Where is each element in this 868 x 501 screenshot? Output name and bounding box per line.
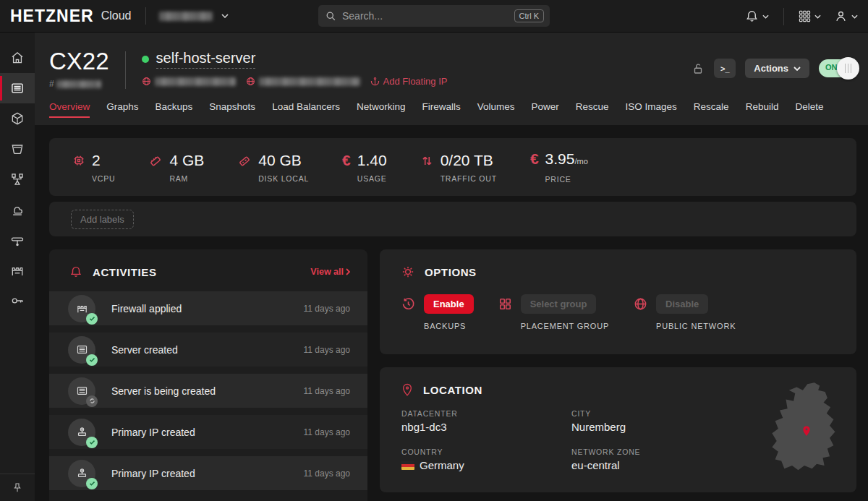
activity-row[interactable]: Firewall applied 11 days ago (49, 291, 367, 325)
activity-row[interactable]: Server is being created 11 days ago (49, 374, 367, 408)
tab-backups[interactable]: Backups (156, 101, 193, 121)
field-network-zone: NETWORK ZONE eu-central (571, 448, 640, 471)
hetzner-logo: HETZNER (10, 7, 94, 26)
divider (145, 7, 146, 25)
stat-vcpu: 2 VCPU (72, 152, 115, 183)
server-name-editable[interactable]: self-host-server (156, 50, 256, 69)
sidebar-item-volumes[interactable] (0, 134, 35, 164)
global-search[interactable]: Ctrl K (318, 5, 550, 27)
activity-time: 11 days ago (304, 386, 351, 396)
lock-button[interactable] (692, 61, 705, 76)
sidebar-item-images[interactable] (0, 103, 35, 134)
sidebar-item-home[interactable] (0, 43, 35, 73)
chevron-down-icon (762, 14, 769, 19)
server-icon (76, 343, 88, 356)
tab-graphs[interactable]: Graphs (106, 101, 138, 121)
activity-title: Server created (111, 344, 178, 356)
sidebar-item-firewalls[interactable] (0, 255, 35, 286)
anchor-icon (370, 77, 380, 86)
stat-label: PRICE (545, 175, 588, 184)
pin-sidebar-button[interactable] (0, 474, 35, 501)
field-country: COUNTRY Germany (401, 448, 571, 471)
notifications-menu[interactable] (745, 9, 769, 23)
power-state-label: ON (825, 63, 838, 72)
success-badge (86, 478, 98, 489)
view-all-link[interactable]: View all (310, 267, 350, 277)
add-labels-button[interactable]: Add labels (71, 210, 134, 229)
sidebar-item-servers[interactable] (0, 73, 35, 103)
options-title: OPTIONS (425, 266, 477, 278)
stat-label: VCPU (92, 174, 115, 183)
field-label: NETWORK ZONE (571, 448, 640, 456)
tab-power[interactable]: Power (532, 101, 559, 121)
brand-suffix: Cloud (101, 9, 132, 22)
sidebar-item-networks[interactable] (0, 225, 35, 255)
chevron-down-icon (814, 14, 821, 19)
stat-usage: € 1.40 USAGE (342, 152, 387, 183)
power-toggle[interactable]: ON (819, 59, 856, 77)
apps-menu[interactable] (799, 10, 821, 22)
globe-icon (142, 77, 151, 86)
select-group-button[interactable]: Select group (521, 294, 597, 314)
activity-row[interactable]: Server created 11 days ago (49, 333, 367, 367)
option-backups: Enable BACKUPS (401, 294, 474, 330)
add-floating-ip-link[interactable]: Add Floating IP (370, 76, 448, 87)
location-pin-icon (401, 383, 413, 397)
status-running-dot (142, 56, 149, 63)
grid-icon (799, 10, 811, 22)
tab-networking[interactable]: Networking (357, 101, 406, 121)
field-datacenter: DATACENTER nbg1-dc3 (401, 409, 571, 433)
firewall-icon (76, 302, 88, 314)
history-icon (401, 294, 415, 330)
field-value: nbg1-dc3 (401, 421, 571, 433)
sidebar-item-floating-ips[interactable] (0, 194, 35, 225)
activity-row[interactable]: Primary IP created 11 days ago (49, 456, 367, 490)
sidebar-item-load-balancers[interactable] (0, 164, 35, 194)
blurred-project-name (159, 12, 213, 21)
chevron-down-icon (851, 14, 858, 19)
tab-rescue[interactable]: Rescue (576, 101, 609, 121)
blurred-server-id (56, 80, 101, 88)
divider (125, 51, 126, 89)
tab-rebuild[interactable]: Rebuild (746, 101, 779, 121)
unlock-icon (692, 61, 705, 76)
user-menu[interactable] (834, 9, 858, 23)
field-label: COUNTRY (401, 448, 571, 456)
activity-avatar (68, 377, 95, 405)
console-button[interactable]: >_ (714, 59, 736, 78)
server-id-prefix: # (49, 79, 54, 89)
tab-snapshots[interactable]: Snapshots (209, 101, 255, 121)
stat-price: € 3.95/mo PRICE (530, 150, 588, 184)
germany-map (762, 380, 846, 479)
tab-rescale[interactable]: Rescale (694, 101, 729, 121)
enable-backups-button[interactable]: Enable (424, 294, 474, 314)
project-selector[interactable] (159, 12, 229, 21)
sidebar-item-security[interactable] (0, 286, 35, 316)
stat-value: 4 GB (169, 152, 204, 169)
stat-ram: 4 GB RAM (148, 152, 204, 183)
actions-button[interactable]: Actions (745, 59, 809, 78)
field-label: DATACENTER (401, 409, 571, 418)
activities-title: ACTIVITIES (93, 266, 157, 278)
tab-delete[interactable]: Delete (795, 101, 823, 121)
ram-icon (148, 152, 163, 183)
success-badge (86, 313, 98, 325)
stat-value: 3.95/mo (545, 150, 588, 170)
pending-badge (86, 395, 98, 407)
blurred-ipv6 (259, 77, 360, 86)
location-card: LOCATION DATACENTER nbg1-dc3 CITY Nuremb… (380, 367, 856, 492)
activity-row[interactable]: Primary IP created 11 days ago (49, 415, 367, 449)
bell-icon (69, 265, 82, 278)
field-value: eu-central (571, 459, 640, 471)
tab-iso-images[interactable]: ISO Images (626, 101, 677, 121)
gear-icon (401, 265, 414, 278)
tab-volumes[interactable]: Volumes (477, 101, 515, 121)
tab-firewalls[interactable]: Firewalls (422, 101, 460, 121)
tab-overview[interactable]: Overview (49, 101, 90, 121)
search-input[interactable] (342, 10, 514, 22)
activity-time: 11 days ago (304, 345, 351, 355)
disable-public-network-button[interactable]: Disable (656, 294, 708, 314)
bell-icon (745, 9, 759, 23)
server-stats-card: 2 VCPU 4 GB RAM 40 GB DISK LOCAL € 1.40 … (49, 138, 856, 196)
tab-load-balancers[interactable]: Load Balancers (272, 101, 340, 121)
